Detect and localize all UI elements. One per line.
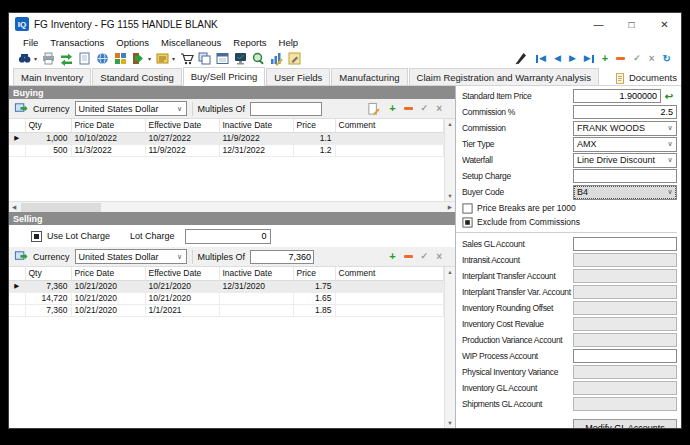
price-breaks-checkbox[interactable] — [462, 203, 472, 213]
buying-grid-hscrollbar[interactable]: ◀ ▶ — [9, 201, 455, 212]
undo-icon[interactable]: ↩ — [661, 91, 677, 102]
copy-window-icon[interactable] — [197, 51, 212, 66]
tab-claim-registration[interactable]: Claim Registration and Warranty Analysis — [409, 68, 599, 85]
buying-add-button[interactable]: + — [389, 103, 395, 114]
gl-account-row: Interplant Transfer Account — [462, 268, 677, 284]
notes-dropdown-icon[interactable]: ▾ — [172, 55, 175, 62]
chart-edit-icon[interactable] — [269, 51, 284, 66]
buying-currency-select[interactable]: United States Dollar ∨ — [75, 101, 187, 116]
standard-item-price-row: Standard Item Price ↩ — [462, 88, 677, 104]
wip-process-account-input[interactable] — [573, 349, 677, 363]
scroll-down-icon[interactable]: ▼ — [447, 420, 452, 426]
waterfall-select[interactable]: Line Drive Discount ∨ — [573, 153, 677, 168]
selling-cancel-button[interactable]: × — [436, 252, 442, 262]
menu-reports[interactable]: Reports — [227, 37, 272, 48]
scroll-right-icon[interactable]: ▶ — [448, 204, 452, 210]
cancel-edit-button[interactable]: × — [649, 54, 655, 64]
exit-dropdown-icon[interactable]: ▾ — [148, 55, 151, 62]
buying-grid-vscrollbar[interactable]: ▲▼ — [444, 119, 455, 201]
scroll-left-icon[interactable]: ◀ — [12, 204, 16, 210]
menu-miscellaneous[interactable]: Miscellaneous — [155, 37, 227, 48]
buying-post-button[interactable]: ✓ — [421, 104, 429, 113]
pointer-quill-icon[interactable] — [513, 51, 528, 66]
buying-cancel-button[interactable]: × — [436, 104, 442, 114]
buying-toolbar: Currency United States Dollar ∨ Multiple… — [9, 99, 455, 119]
table-row[interactable]: 7,360 10/21/2020 1/1/2021 1.85 — [9, 304, 444, 316]
menu-options[interactable]: Options — [110, 37, 155, 48]
delete-record-button[interactable] — [616, 57, 625, 60]
buyer-code-select[interactable]: B4 ∨ — [573, 185, 677, 200]
table-row[interactable]: ▶ 7,360 10/21/2020 10/21/2020 12/31/2020… — [9, 280, 444, 292]
form-icon[interactable] — [215, 51, 230, 66]
standard-item-price-input[interactable] — [573, 89, 661, 103]
scroll-up-icon[interactable]: ▲ — [447, 269, 452, 275]
transfer-icon[interactable] — [59, 51, 74, 66]
buying-multiples-input[interactable] — [250, 102, 322, 116]
tab-buy-sell-pricing[interactable]: Buy/Sell Pricing — [183, 67, 266, 86]
insert-record-button[interactable]: + — [602, 53, 608, 64]
scrollbar-thumb[interactable] — [21, 203, 101, 212]
selling-remove-button[interactable] — [404, 255, 413, 258]
tab-manufacturing[interactable]: Manufacturing — [331, 68, 407, 85]
prior-record-button[interactable]: ◀ — [554, 54, 561, 63]
maximize-button[interactable]: □ — [615, 13, 648, 35]
sales-cart-icon[interactable] — [179, 51, 194, 66]
print-icon[interactable] — [41, 51, 56, 66]
web-document-icon[interactable] — [95, 51, 110, 66]
post-edit-button[interactable]: ✓ — [633, 54, 641, 63]
sales-gl-account-input[interactable] — [573, 237, 677, 251]
zoom-item-icon[interactable] — [251, 51, 266, 66]
refresh-button[interactable]: ↻ — [663, 54, 671, 64]
menu-transactions[interactable]: Transactions — [44, 37, 110, 48]
selling-multiples-input[interactable] — [250, 250, 314, 264]
selling-post-button[interactable]: ✓ — [421, 252, 429, 261]
exit-icon[interactable] — [131, 51, 146, 66]
buying-remove-button[interactable] — [404, 107, 413, 110]
lot-charge-input[interactable] — [185, 229, 271, 244]
minimize-button[interactable]: — — [582, 13, 615, 35]
tab-documents[interactable]: Documents — [606, 68, 682, 85]
menu-file[interactable]: File — [17, 37, 44, 48]
notes-icon[interactable] — [155, 51, 170, 66]
edit-note-icon[interactable] — [287, 51, 302, 66]
use-lot-charge-checkbox[interactable] — [31, 231, 42, 242]
tab-documents-label: Documents — [629, 72, 677, 83]
row-marker-icon: ▶ — [9, 280, 25, 292]
modify-gl-accounts-button[interactable]: Modify GL Accounts — [573, 419, 677, 428]
buying-grid-actions: + ✓ × — [367, 102, 442, 116]
table-row[interactable]: 14,720 10/21/2020 10/21/2020 1.65 — [9, 292, 444, 304]
monitor-icon[interactable] — [233, 51, 248, 66]
currency-label: Currency — [33, 252, 70, 262]
options-grid-icon[interactable] — [113, 51, 128, 66]
find-dropdown-icon[interactable]: ▾ — [34, 55, 37, 62]
setup-charge-input[interactable] — [573, 169, 677, 183]
close-button[interactable]: ✕ — [648, 13, 681, 35]
tab-standard-costing[interactable]: Standard Costing — [92, 68, 181, 85]
new-document-icon[interactable] — [77, 51, 92, 66]
table-row[interactable]: 500 11/3/2022 11/9/2022 12/31/2022 1.2 — [9, 144, 444, 156]
section-divider — [456, 232, 677, 233]
commission-pct-input[interactable] — [573, 105, 677, 119]
selling-add-button[interactable]: + — [389, 251, 395, 262]
scroll-up-icon[interactable]: ▲ — [447, 121, 452, 127]
next-record-button[interactable]: ▶ — [569, 54, 576, 63]
exclude-commissions-checkbox[interactable] — [462, 217, 472, 227]
menu-help[interactable]: Help — [273, 37, 305, 48]
title-bar: IQ FG Inventory - FG 1155 HANDLE BLANK —… — [9, 13, 681, 35]
commission-select[interactable]: FRANK WOODS ∨ — [573, 121, 677, 136]
pricing-panel: Buying Currency United States Dollar ∨ M… — [9, 86, 456, 428]
selling-grid-vscrollbar[interactable]: ▲▼ — [444, 267, 455, 428]
first-record-button[interactable]: ◀ — [536, 54, 546, 63]
find-icon[interactable] — [17, 51, 32, 66]
tier-type-label: Tier Type — [462, 139, 573, 149]
selling-currency-select[interactable]: United States Dollar ∨ — [75, 249, 187, 264]
edit-document-icon[interactable] — [367, 102, 381, 116]
table-row[interactable]: ▶ 1,000 10/10/2022 10/27/2022 11/9/2022 … — [9, 132, 444, 144]
exclude-commissions-row: Exclude from Commissions — [462, 216, 677, 228]
commission-pct-label: Commission % — [462, 107, 573, 117]
tab-user-fields[interactable]: User Fields — [266, 68, 330, 85]
tier-type-select[interactable]: AMX ∨ — [573, 137, 677, 152]
last-record-button[interactable]: ▶ — [584, 54, 594, 63]
tab-main-inventory[interactable]: Main Inventory — [13, 68, 91, 85]
scroll-down-icon[interactable]: ▼ — [447, 193, 452, 199]
